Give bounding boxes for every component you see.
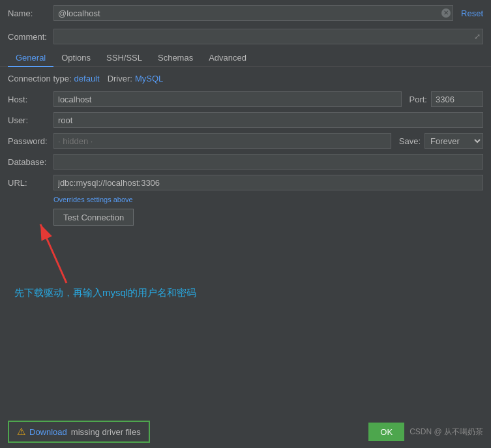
save-label: Save: bbox=[399, 136, 421, 146]
name-clear-button[interactable]: ✕ bbox=[441, 8, 451, 18]
port-input[interactable] bbox=[431, 91, 483, 107]
host-label: Host: bbox=[8, 95, 53, 104]
url-input[interactable] bbox=[53, 175, 483, 190]
download-rest-text: missing driver files bbox=[71, 427, 141, 437]
user-row: User: bbox=[8, 112, 483, 128]
reset-link[interactable]: Reset bbox=[461, 8, 483, 18]
comment-row: Comment: ⤢ bbox=[0, 26, 491, 47]
tab-options[interactable]: Options bbox=[53, 50, 98, 67]
tab-schemas[interactable]: Schemas bbox=[150, 50, 201, 67]
comment-input-wrapper: ⤢ bbox=[53, 29, 483, 44]
name-label: Name: bbox=[8, 8, 53, 18]
host-input[interactable] bbox=[53, 91, 402, 107]
database-row: Database: bbox=[8, 154, 483, 170]
form-section: Host: Port: User: Password: Save: Foreve… bbox=[8, 91, 483, 303]
database-label: Database: bbox=[8, 157, 53, 167]
driver-value[interactable]: MySQL bbox=[135, 74, 163, 83]
svg-line-1 bbox=[40, 224, 67, 283]
url-note: Overrides settings above bbox=[53, 196, 483, 203]
comment-label: Comment: bbox=[8, 32, 53, 42]
password-input[interactable] bbox=[53, 133, 391, 149]
ok-button[interactable]: OK bbox=[368, 423, 404, 441]
user-label: User: bbox=[8, 115, 53, 125]
connection-type-value[interactable]: default bbox=[74, 74, 100, 83]
download-link[interactable]: Download bbox=[29, 427, 67, 437]
host-row: Host: Port: bbox=[8, 91, 483, 107]
bottom-bar: ⚠ Download missing driver files OK CSDN … bbox=[0, 415, 491, 448]
expand-icon[interactable]: ⤢ bbox=[474, 32, 481, 41]
database-input[interactable] bbox=[53, 154, 483, 170]
url-label: URL: bbox=[8, 178, 53, 188]
watermark-text: CSDN @ 从不喝奶茶 bbox=[409, 426, 483, 438]
content-area: Connection type: default Driver: MySQL H… bbox=[0, 67, 491, 415]
name-row: Name: ✕ Reset bbox=[0, 0, 491, 26]
port-label: Port: bbox=[409, 95, 427, 104]
name-input-wrapper: ✕ bbox=[53, 5, 453, 21]
comment-input[interactable] bbox=[53, 29, 483, 44]
user-input[interactable] bbox=[53, 112, 483, 128]
connection-dialog: Name: ✕ Reset Comment: ⤢ General Options… bbox=[0, 0, 491, 448]
annotation-text: 先下载驱动，再输入mysql的用户名和密码 bbox=[14, 287, 196, 299]
save-select[interactable]: Forever Session Never bbox=[424, 133, 483, 149]
name-input[interactable] bbox=[53, 5, 453, 21]
tab-advanced[interactable]: Advanced bbox=[201, 50, 254, 67]
connection-type-label: Connection type: bbox=[8, 74, 72, 83]
warning-icon: ⚠ bbox=[17, 426, 25, 438]
tabs-bar: General Options SSH/SSL Schemas Advanced bbox=[0, 50, 491, 67]
connection-type-row: Connection type: default Driver: MySQL bbox=[8, 74, 483, 83]
password-row: Password: Save: Forever Session Never bbox=[8, 133, 483, 149]
tab-general[interactable]: General bbox=[8, 50, 53, 67]
annotation-area: 先下载驱动，再输入mysql的用户名和密码 bbox=[8, 231, 483, 303]
tab-sshssl[interactable]: SSH/SSL bbox=[98, 50, 150, 67]
password-label: Password: bbox=[8, 136, 53, 146]
bottom-right: OK CSDN @ 从不喝奶茶 bbox=[368, 423, 483, 441]
annotation-chinese: 先下载驱动，再输入mysql的用户名和密码 bbox=[14, 287, 196, 298]
url-row: URL: bbox=[8, 175, 483, 190]
driver-label: Driver: bbox=[108, 74, 132, 83]
red-arrow-svg bbox=[27, 218, 106, 290]
download-box: ⚠ Download missing driver files bbox=[8, 421, 150, 443]
